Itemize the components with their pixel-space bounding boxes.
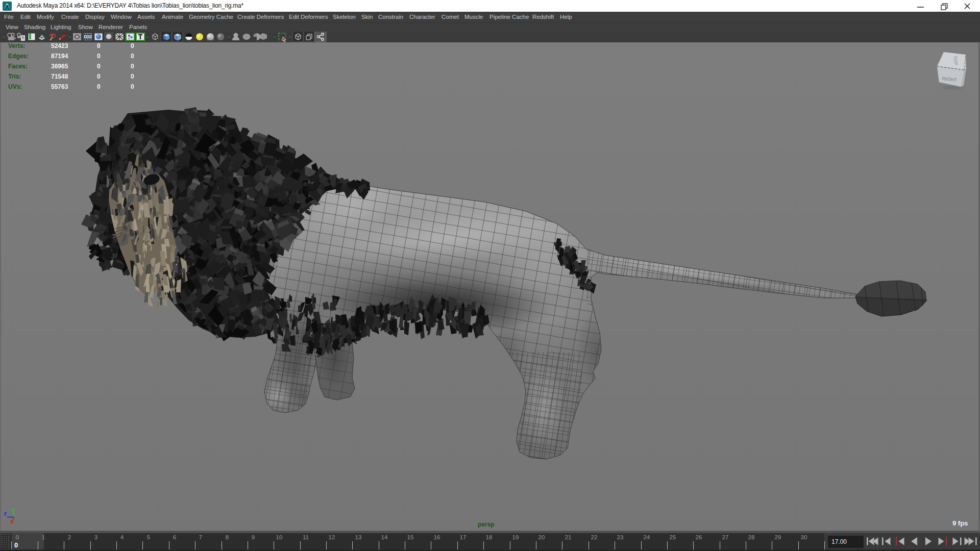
svg-text:z: z bbox=[4, 511, 7, 517]
svg-text:TOP: TOP bbox=[952, 55, 959, 66]
svg-text:x: x bbox=[10, 519, 14, 525]
svg-text:y: y bbox=[12, 507, 15, 513]
